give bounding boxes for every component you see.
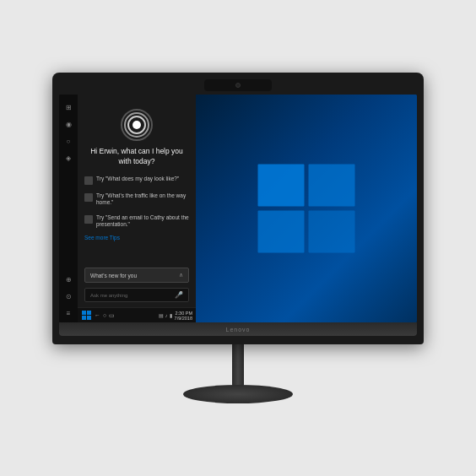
desktop-panel (196, 95, 417, 322)
taskbar-right: ▤ ♪ ▮ 2:30 PM 7/9/2018 (159, 311, 192, 321)
cortana-content: Hi Erwin, what can I help you with today… (78, 95, 196, 307)
svg-point-3 (133, 121, 141, 129)
cortana-taskbar-icon[interactable]: ○ (103, 312, 106, 318)
whats-new-chevron-icon: ∧ (179, 272, 183, 279)
webcam-bar (204, 79, 272, 91)
suggestion-text-1: Try "What does my day look like?" (96, 176, 179, 182)
windows-desktop-logo (258, 165, 355, 253)
webcam-lens (235, 83, 241, 88)
sidebar: ⊞ ◉ ○ ◈ ⊕ ⊙ ≡ (59, 95, 78, 322)
monitor-wrapper: ⊞ ◉ ○ ◈ ⊕ ⊙ ≡ (52, 73, 424, 403)
back-icon[interactable]: ← (95, 312, 100, 318)
sidebar-icon-search[interactable]: ⊕ (62, 273, 74, 285)
suggestion-3: Try "Send an email to Cathy about the pr… (84, 213, 189, 230)
monitor-body: ⊞ ◉ ○ ◈ ⊕ ⊙ ≡ (52, 73, 424, 344)
suggestion-1: Try "What does my day look like?" (84, 174, 189, 187)
see-more-tips[interactable]: See more Tips (84, 235, 189, 241)
monitor-stand-base (183, 385, 293, 403)
cortana-greeting: Hi Erwin, what can I help you with today… (84, 147, 189, 167)
suggestion-text-3: Try "Send an email to Cathy about the pr… (96, 214, 189, 229)
whats-new-label: What's new for you (90, 273, 137, 279)
system-tray: ▤ ♪ ▮ (159, 312, 172, 318)
microphone-icon[interactable]: 🎤 (175, 291, 183, 299)
task-view-icon[interactable]: ▭ (109, 312, 115, 319)
suggestion-icon-1 (84, 176, 93, 185)
network-icon: ▤ (159, 312, 164, 318)
search-bar[interactable]: Ask me anything 🎤 (84, 288, 189, 302)
cortana-suggestions: Try "What does my day look like?" Try "W… (84, 174, 189, 264)
suggestion-icon-2 (84, 193, 93, 202)
win-pane-bottom-left (258, 211, 305, 253)
sidebar-icon-pin[interactable]: ◈ (62, 152, 74, 164)
win-pane-top-right (309, 165, 355, 207)
windows-background (196, 95, 417, 322)
clock-time: 2:30 PM (175, 311, 192, 316)
monitor-chin: Lenovo (59, 322, 417, 336)
suggestion-icon-3 (84, 215, 93, 224)
sidebar-icon-user[interactable]: ○ (62, 135, 74, 147)
taskbar-clock: 2:30 PM 7/9/2018 (175, 311, 192, 321)
sidebar-icon-settings[interactable]: ⊙ (62, 290, 74, 302)
battery-icon: ▮ (170, 312, 172, 318)
whats-new-bar[interactable]: What's new for you ∧ (84, 268, 189, 283)
search-placeholder: Ask me anything (90, 293, 127, 298)
start-button[interactable] (81, 311, 91, 321)
taskbar: ← ○ ▭ ▤ ♪ ▮ 2:30 PM 7/9/2018 (78, 307, 196, 322)
sidebar-icon-globe[interactable]: ◉ (62, 118, 74, 130)
taskbar-icons: ← ○ ▭ (95, 312, 115, 319)
suggestion-2: Try "What's the traffic like on the way … (84, 191, 189, 208)
cortana-panel: Hi Erwin, what can I help you with today… (78, 95, 196, 322)
win-pane-bottom-right (309, 211, 355, 253)
screen: ⊞ ◉ ○ ◈ ⊕ ⊙ ≡ (59, 95, 417, 322)
win-pane-top-left (258, 165, 305, 207)
clock-date: 7/9/2018 (175, 316, 192, 321)
cortana-logo (120, 108, 154, 142)
sidebar-icon-menu[interactable]: ≡ (62, 307, 74, 319)
monitor-stand-neck (232, 344, 244, 387)
lenovo-brand-label: Lenovo (226, 327, 251, 333)
windows-logo-icon (82, 311, 91, 320)
windows-logo-grid (258, 165, 355, 253)
suggestion-text-2: Try "What's the traffic like on the way … (96, 192, 189, 207)
sidebar-icon-home[interactable]: ⊞ (62, 101, 74, 113)
volume-icon: ♪ (165, 313, 168, 318)
